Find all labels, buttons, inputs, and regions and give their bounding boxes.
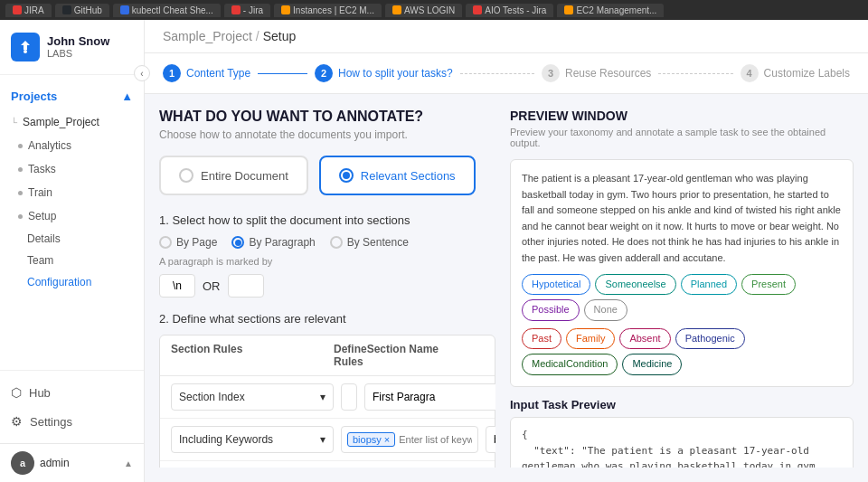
avatar: a	[11, 451, 34, 475]
tag-past[interactable]: Past	[522, 328, 561, 350]
settings-icon: ⚙	[11, 414, 23, 429]
step-line-3	[658, 73, 732, 74]
logo-name: John Snow	[47, 34, 109, 49]
breadcrumb: Sample_Project / Setup	[163, 29, 296, 43]
main-content: Sample_Project / Setup 1 Content Type 2 …	[145, 20, 868, 482]
col-section-rules: Section Rules	[171, 343, 334, 368]
dot-icon	[18, 191, 23, 195]
sidebar-projects-header[interactable]: Projects ▲	[0, 82, 144, 110]
tab-ec2[interactable]: Instances | EC2 M...	[274, 4, 382, 17]
sidebar-item-hub[interactable]: ⬡ Hub	[0, 378, 144, 407]
step-1[interactable]: 1 Content Type	[163, 64, 250, 82]
tag-someoneelse[interactable]: Someoneelse	[595, 274, 675, 296]
define-value-input-0[interactable]	[341, 383, 357, 411]
sidebar-item-tasks[interactable]: Tasks	[0, 157, 144, 181]
radio-by-page	[159, 236, 172, 249]
paragraph-or-label: OR	[203, 279, 221, 293]
sidebar-nav: Projects ▲ └ Sample_Project Analytics Ta…	[0, 75, 144, 370]
tab-ec2-mgmt[interactable]: EC2 Management...	[557, 4, 664, 17]
radio-by-sentence	[330, 236, 343, 249]
tag-planned[interactable]: Planned	[681, 274, 737, 296]
tab-aws[interactable]: AWS LOGIN	[385, 4, 462, 17]
section-rule-select-1[interactable]: Including Keywords ▾	[171, 426, 334, 453]
annotation-type-entire[interactable]: Entire Document	[159, 156, 308, 195]
tab-aio[interactable]: AIO Tests - Jira	[466, 4, 553, 17]
input-task-json: { "text": "The patient is a pleasant 17-…	[510, 417, 854, 468]
tag-absent[interactable]: Absent	[619, 328, 670, 350]
hub-icon: ⬡	[11, 385, 22, 400]
chevron-down-icon: ▾	[320, 433, 326, 446]
breadcrumb-project[interactable]: Sample_Project	[163, 29, 252, 43]
section-name-input-1[interactable]	[486, 426, 495, 453]
section-name-input-0[interactable]	[364, 383, 495, 411]
tag-row: Hypotetical Someoneelse Planned Present …	[522, 274, 842, 321]
tab-github[interactable]: GitHub	[55, 4, 109, 17]
panel-title: WHAT DO YOU WANT TO ANNOTATE?	[159, 109, 495, 125]
preview-text: The patient is a pleasant 17-year-old ge…	[522, 173, 841, 263]
tab-jira2[interactable]: - Jira	[224, 4, 270, 17]
step-3[interactable]: 3 Reuse Resources	[542, 64, 651, 82]
sidebar-subitem-team[interactable]: Team	[0, 250, 144, 271]
paragraph-marker-1-input[interactable]	[159, 274, 195, 298]
keyword-box-1: biopsy ×	[341, 426, 478, 453]
chevron-down-icon: ▾	[320, 391, 326, 403]
logo-labs: LABS	[47, 48, 109, 60]
paragraph-inputs: OR	[159, 274, 495, 298]
chevron-up-icon: ▲	[121, 90, 133, 103]
table-row: Section Index ▾ ⋮	[160, 376, 495, 419]
split-by-paragraph[interactable]: By Paragraph	[231, 236, 315, 249]
sidebar-item-settings[interactable]: ⚙ Settings	[0, 407, 144, 436]
dot-icon	[18, 214, 23, 219]
table-row: Including Keywords ▾ biopsy ×	[160, 419, 495, 461]
rules-table: Section Rules Define Rules Section Name …	[159, 335, 495, 468]
remove-keyword-biopsy[interactable]: ×	[384, 434, 390, 445]
preview-subtitle: Preview your taxonomy and annotate a sam…	[510, 127, 854, 148]
split-by-sentence[interactable]: By Sentence	[330, 236, 409, 249]
step-4[interactable]: 4 Customize Labels	[741, 64, 850, 82]
radio-by-paragraph	[231, 236, 244, 249]
tag-none[interactable]: None	[584, 299, 627, 321]
browser-tab-bar: JIRA GitHub kubectl Cheat She... - Jira …	[0, 0, 868, 20]
keyword-input-1[interactable]	[399, 434, 472, 445]
chevron-up-icon[interactable]: ▲	[124, 458, 133, 468]
step-line-1	[258, 73, 307, 74]
annotation-type-relevant[interactable]: Relevant Sections	[319, 156, 476, 195]
tag-possible[interactable]: Possible	[522, 299, 580, 321]
left-panel: WHAT DO YOU WANT TO ANNOTATE? Choose how…	[159, 109, 495, 468]
sidebar-bottom: ⬡ Hub ⚙ Settings	[0, 370, 144, 443]
step-num-1: 1	[163, 64, 181, 82]
tab-jira[interactable]: JIRA	[5, 4, 52, 17]
step-2[interactable]: 2 How to split your tasks?	[315, 64, 453, 82]
step-label-2: How to split your tasks?	[338, 67, 453, 80]
sidebar-subitem-configuration[interactable]: Configuration	[0, 271, 144, 293]
tab-kubectl[interactable]: kubectl Cheat She...	[113, 4, 221, 17]
sidebar-item-project[interactable]: └ Sample_Project	[0, 110, 144, 134]
tag-family[interactable]: Family	[566, 328, 615, 350]
svg-point-0	[24, 50, 27, 53]
paragraph-marker-2-input[interactable]	[228, 274, 264, 298]
section-rule-select-0[interactable]: Section Index ▾	[171, 383, 334, 411]
sidebar-item-setup[interactable]: Setup	[0, 204, 144, 228]
annotation-types: Entire Document Relevant Sections	[159, 156, 495, 195]
tag-medicine[interactable]: Medicine	[622, 354, 682, 375]
tag-pathogenic[interactable]: Pathogenic	[675, 328, 745, 350]
sidebar-item-analytics[interactable]: Analytics	[0, 134, 144, 157]
split-by-page[interactable]: By Page	[159, 236, 217, 249]
logo-area: John Snow LABS	[0, 20, 144, 75]
tag-hypotetical[interactable]: Hypotetical	[522, 274, 590, 296]
table-row: Including Keywords ▾ Ray-Tec ×	[160, 461, 495, 468]
sidebar: John Snow LABS Projects ▲ └ Sample_Proje…	[0, 20, 145, 482]
step-label-1: Content Type	[186, 67, 250, 80]
logo-icon	[11, 33, 40, 61]
radio-relevant	[339, 168, 354, 183]
split-section-label: 1. Select how to split the document into…	[159, 213, 495, 227]
sidebar-subitem-details[interactable]: Details	[0, 228, 144, 250]
define-sections-label: 2. Define what sections are relevant	[159, 312, 495, 326]
tag-medical-condition[interactable]: MedicalCondition	[522, 354, 618, 375]
sidebar-item-train[interactable]: Train	[0, 181, 144, 204]
rules-header: Section Rules Define Rules Section Name	[160, 336, 495, 376]
tag-present[interactable]: Present	[741, 274, 796, 296]
stepper: 1 Content Type 2 How to split your tasks…	[145, 53, 868, 94]
input-task-preview-title: Input Task Preview	[510, 398, 854, 411]
sidebar-collapse-button[interactable]: ‹	[134, 65, 150, 81]
